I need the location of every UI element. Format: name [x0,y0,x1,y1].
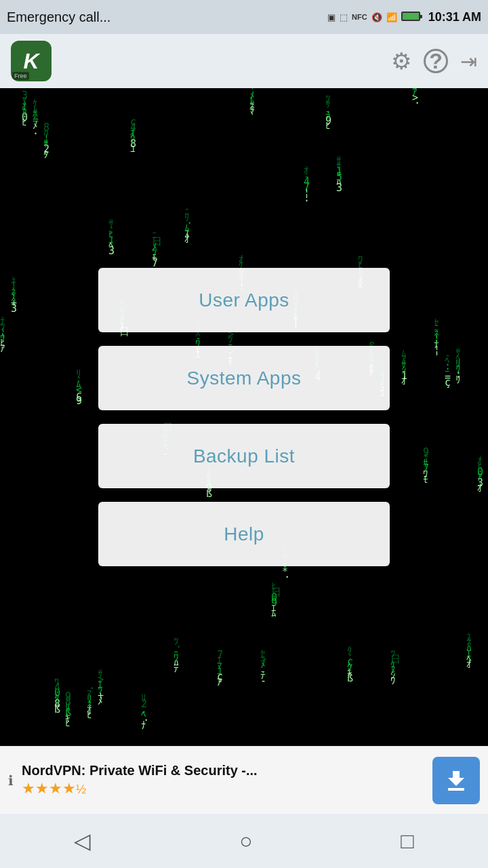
ad-title[interactable]: NordVPN: Private WiFi & Security -... [22,763,432,778]
nfc-icon: NFC [352,13,367,21]
ad-info-icon[interactable]: ℹ [8,772,14,789]
download-icon [444,768,468,793]
svg-rect-0 [448,788,464,791]
main-content: User Apps System Apps Backup List Help [0,88,488,746]
screenshot-icon: ⬚ [340,12,348,22]
buttons-area: User Apps System Apps Backup List Help [0,88,488,746]
help-button[interactable]: Help [98,502,390,566]
help-icon[interactable]: ? [424,49,448,73]
ad-download-button[interactable] [432,757,480,804]
status-title: Emergency call... [7,9,327,25]
home-button[interactable]: ○ [219,822,272,861]
ad-banner: ℹ NordVPN: Private WiFi & Security -... … [0,746,488,814]
status-bar: Emergency call... ▣ ⬚ NFC 🔇 📶 10:31 AM [0,0,488,34]
nav-bar: ◁ ○ □ [0,814,488,868]
status-time: 10:31 AM [428,10,481,24]
ad-text-block: NordVPN: Private WiFi & Security -... ★★… [22,763,432,797]
back-button[interactable]: ◁ [54,821,111,861]
sim-icon: ▣ [327,12,336,22]
user-apps-button[interactable]: User Apps [98,268,390,332]
recent-apps-button[interactable]: □ [380,822,434,861]
backup-list-button[interactable]: Backup List [98,424,390,488]
system-apps-button[interactable]: System Apps [98,346,390,410]
app-logo-letter: K [23,49,39,74]
settings-icon[interactable]: ⚙ [391,47,411,75]
mute-icon: 🔇 [371,12,382,22]
app-bar-actions: ⚙ ? ⇥ [391,47,477,75]
app-bar: K Free ⚙ ? ⇥ [0,34,488,88]
status-icons: ▣ ⬚ NFC 🔇 📶 10:31 AM [327,10,481,24]
wifi-icon: 📶 [386,12,397,22]
app-logo: K Free [11,41,52,81]
logout-icon[interactable]: ⇥ [460,50,477,73]
ad-stars: ★★★★½ [22,780,432,797]
app-logo-badge: Free [12,72,29,80]
battery-icon [401,12,420,23]
